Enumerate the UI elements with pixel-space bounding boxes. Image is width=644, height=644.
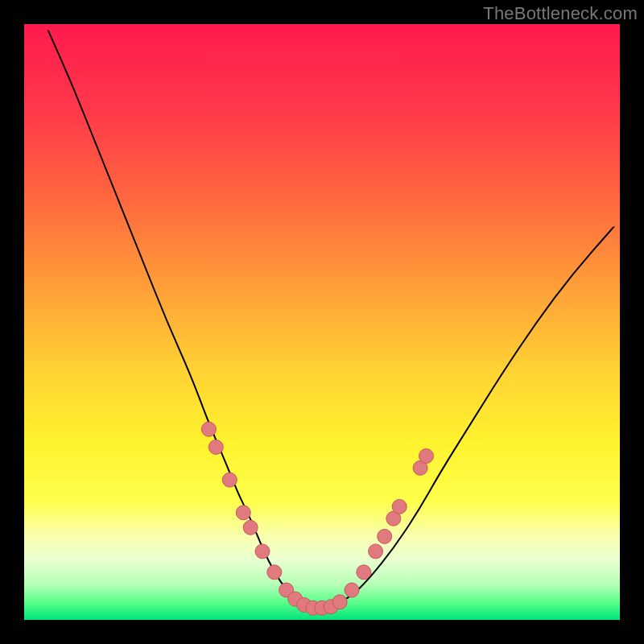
- marker-point: [267, 565, 282, 580]
- marker-point: [345, 583, 359, 597]
- marker-point: [201, 422, 216, 436]
- plot-area: [24, 24, 620, 620]
- marker-point: [243, 520, 258, 535]
- marker-point: [236, 506, 250, 520]
- marker-point: [208, 440, 223, 454]
- marker-point: [419, 449, 434, 464]
- marker-point: [332, 595, 347, 609]
- marker-point: [222, 473, 237, 487]
- marker-point: [357, 565, 371, 580]
- marker-point: [369, 544, 383, 559]
- watermark-text: TheBottleneck.com: [483, 3, 638, 24]
- svg-rect-0: [24, 24, 620, 620]
- marker-point: [255, 544, 270, 559]
- chart-frame: TheBottleneck.com: [0, 0, 644, 644]
- marker-point: [378, 529, 392, 543]
- background-gradient: [24, 24, 620, 620]
- marker-point: [392, 499, 407, 514]
